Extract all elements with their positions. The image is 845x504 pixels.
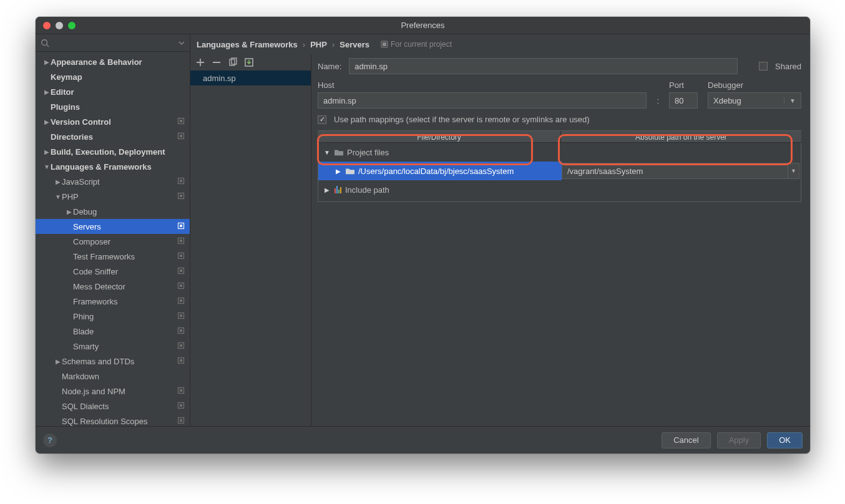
sidebar-item[interactable]: ▼Languages & Frameworks [36,159,190,174]
sidebar-item[interactable]: ▶Schemas and DTDs [36,354,190,369]
import-button[interactable] [244,57,254,67]
project-scope-icon [177,417,186,425]
server-item[interactable]: admin.sp [190,70,311,85]
tree-arrow-icon[interactable]: ▶ [43,89,51,95]
path-dropdown-button[interactable]: ▼ [788,163,799,179]
sidebar-item[interactable]: Plugins [36,99,190,114]
server-list-panel: admin.sp [190,54,311,426]
col-absolute-path: Absolute path on the server [561,131,801,142]
breadcrumb-item[interactable]: Languages & Frameworks [197,40,298,49]
sidebar-item[interactable]: SQL Dialects [36,399,190,414]
svg-rect-33 [180,404,182,407]
server-list[interactable]: admin.sp [190,70,311,426]
svg-rect-7 [180,180,182,182]
sidebar-item[interactable]: Markdown [36,369,190,384]
breadcrumb-item[interactable]: PHP [310,40,327,49]
breadcrumb: Languages & Frameworks › PHP › Servers [197,40,369,49]
project-scope-icon [177,132,186,141]
sidebar-item-label: Appearance & Behavior [51,57,186,67]
sidebar-item[interactable]: Composer [36,234,190,249]
name-label: Name: [318,62,341,71]
sidebar-item[interactable]: ▶JavaScript [36,174,190,189]
remove-button[interactable] [212,57,222,67]
sidebar-item[interactable]: Smarty [36,339,190,354]
tree-arrow-icon[interactable]: ▶ [43,59,51,65]
sidebar-item-label: Markdown [62,372,186,381]
tree-arrow-icon[interactable]: ▶ [54,358,62,365]
shared-checkbox[interactable] [759,62,768,70]
content-header: Languages & Frameworks › PHP › Servers F… [190,34,810,54]
svg-line-1 [47,44,49,47]
sidebar-item-label: Frameworks [73,297,177,306]
ok-label: OK [779,435,791,445]
debugger-select[interactable]: Xdebug ▼ [708,92,801,109]
tree-arrow-icon[interactable]: ▼ [54,193,62,200]
table-row[interactable]: ▶ /Users/panc/localData/bj/bjesc/saasSys… [318,162,801,180]
expand-arrow-icon[interactable]: ▶ [323,187,331,193]
breadcrumb-sep: › [332,40,335,49]
server-path-input[interactable]: /vagrant/saasSystem [562,163,788,179]
table-row[interactable]: ▶ Include path [318,180,801,199]
folder-icon [346,167,354,175]
expand-arrow-icon[interactable]: ▶ [335,168,342,175]
expand-arrow-icon[interactable]: ▼ [323,149,331,156]
window-title: Preferences [36,21,810,30]
breadcrumb-item[interactable]: Servers [339,40,369,49]
sidebar-item[interactable]: Phing [36,309,190,324]
project-scope-icon [381,41,388,48]
sidebar-item[interactable]: Frameworks [36,294,190,309]
sidebar-item-label: Build, Execution, Deployment [51,147,186,157]
svg-rect-9 [180,195,182,197]
cancel-button[interactable]: Cancel [662,432,710,448]
name-input[interactable] [349,58,738,74]
search-input[interactable] [52,38,176,47]
sidebar-item[interactable]: ▶Editor [36,84,190,99]
tree-arrow-icon[interactable]: ▶ [54,178,62,185]
sidebar-item[interactable]: ▼PHP [36,189,190,204]
copy-button[interactable] [228,57,238,67]
folder-icon [335,148,343,156]
svg-rect-3 [180,120,182,122]
preferences-window: Preferences ▶Appearance & BehaviorKeymap… [36,17,810,453]
sidebar-item-label: JavaScript [62,177,177,187]
tree-arrow-icon[interactable]: ▶ [66,208,73,215]
sidebar-item-label: Composer [73,237,177,246]
apply-button[interactable]: Apply [717,432,761,448]
current-project-indicator: For current project [381,40,452,49]
tree-arrow-icon[interactable]: ▶ [43,148,51,155]
table-row[interactable]: ▼ Project files [318,143,801,162]
sidebar-item[interactable]: Blade [36,324,190,339]
apply-label: Apply [729,435,750,445]
add-button[interactable] [195,57,205,67]
sidebar-item[interactable]: ▶Appearance & Behavior [36,54,190,69]
use-path-mappings-checkbox[interactable]: ✓ [318,115,326,124]
debugger-value: Xdebug [713,96,741,105]
sidebar-item[interactable]: Mess Detector [36,279,190,294]
sidebar-item-label: Debug [73,207,186,216]
sidebar-item[interactable]: ▶Build, Execution, Deployment [36,144,190,159]
sidebar-item[interactable]: Node.js and NPM [36,384,190,399]
sidebar-item-label: Mess Detector [73,282,177,291]
sidebar-item[interactable]: Test Frameworks [36,249,190,264]
svg-rect-15 [180,254,182,257]
svg-rect-37 [383,42,386,46]
sidebar-item[interactable]: Code Sniffer [36,264,190,279]
sidebar-item-label: Editor [51,87,186,97]
sidebar-item[interactable]: SQL Resolution Scopes [36,414,190,426]
settings-search[interactable] [36,34,190,52]
ok-button[interactable]: OK [767,432,803,448]
sidebar-item[interactable]: Directories [36,129,190,144]
sidebar-item[interactable]: ▶Version Control [36,114,190,129]
tree-arrow-icon[interactable]: ▼ [43,163,51,170]
settings-tree[interactable]: ▶Appearance & BehaviorKeymap▶EditorPlugi… [36,52,190,426]
sidebar-item[interactable]: Keymap [36,69,190,84]
port-label: Port [669,80,698,90]
host-input[interactable] [318,92,647,109]
path-mapping-table[interactable]: ▼ Project files ▶ /Users/p [318,143,801,202]
tree-arrow-icon[interactable]: ▶ [43,119,51,125]
port-input[interactable] [669,92,698,109]
sidebar-item[interactable]: Servers [36,219,190,234]
dialog-footer: ? Cancel Apply OK [36,426,810,453]
help-button[interactable]: ? [43,434,57,447]
sidebar-item[interactable]: ▶Debug [36,204,190,219]
